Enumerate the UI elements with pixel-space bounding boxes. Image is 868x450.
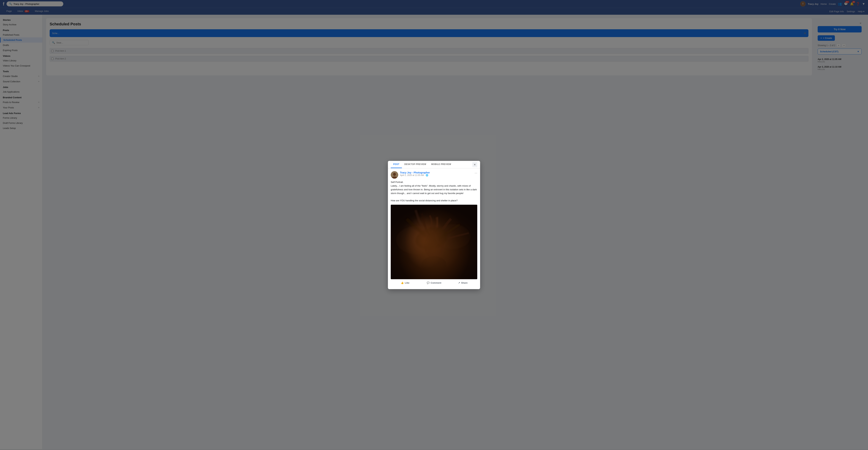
post-more-btn[interactable]: ··· xyxy=(474,171,477,175)
modal-tab-desktop-preview[interactable]: Desktop Preview xyxy=(402,161,429,168)
share-icon: ↗ xyxy=(458,281,460,284)
post-page-name[interactable]: Tracy Joy - Photographer xyxy=(400,171,473,174)
post-page-avatar xyxy=(391,171,398,179)
post-datetime: April 2, 2020 at 11:05 AM · 🌐 xyxy=(400,174,473,177)
svg-rect-6 xyxy=(391,205,477,279)
modal-close-btn[interactable]: ✕ xyxy=(472,162,477,167)
post-action-comment[interactable]: 💬Comment xyxy=(420,280,448,286)
post-image-svg xyxy=(391,205,477,279)
modal-overlay[interactable]: PostDesktop PreviewMobile Preview✕ Tracy… xyxy=(0,0,868,449)
comment-icon: 💬 xyxy=(427,281,430,284)
svg-point-3 xyxy=(393,173,396,176)
preview-modal: PostDesktop PreviewMobile Preview✕ Tracy… xyxy=(388,161,480,289)
post-action-like[interactable]: 👍Like xyxy=(391,280,420,286)
post-body-text: Self Portrait. Lately... I am feeling al… xyxy=(391,180,477,203)
post-preview: Tracy Joy - Photographer April 2, 2020 a… xyxy=(388,168,480,289)
modal-tab-post[interactable]: Post xyxy=(391,161,402,168)
svg-point-10 xyxy=(396,226,439,254)
post-meta: Tracy Joy - Photographer April 2, 2020 a… xyxy=(400,171,473,177)
modal-tabs: PostDesktop PreviewMobile Preview✕ xyxy=(388,161,480,168)
post-image-container xyxy=(391,205,477,279)
post-header: Tracy Joy - Photographer April 2, 2020 a… xyxy=(391,171,477,179)
like-icon: 👍 xyxy=(401,281,404,284)
comment-label: Comment xyxy=(431,281,441,284)
svg-rect-5 xyxy=(391,205,477,279)
modal-body: Tracy Joy - Photographer April 2, 2020 a… xyxy=(388,168,480,289)
post-action-share[interactable]: ↗Share xyxy=(448,280,477,286)
svg-point-9 xyxy=(422,256,446,274)
share-label: Share xyxy=(461,281,467,284)
svg-point-11 xyxy=(435,224,470,249)
svg-point-7 xyxy=(424,232,444,259)
like-label: Like xyxy=(405,281,409,284)
svg-point-8 xyxy=(413,224,450,253)
modal-tab-mobile-preview[interactable]: Mobile Preview xyxy=(429,161,454,168)
post-image-placeholder xyxy=(391,205,477,279)
globe-icon: 🌐 xyxy=(426,174,428,177)
post-actions: 👍Like💬Comment↗Share xyxy=(391,279,477,286)
